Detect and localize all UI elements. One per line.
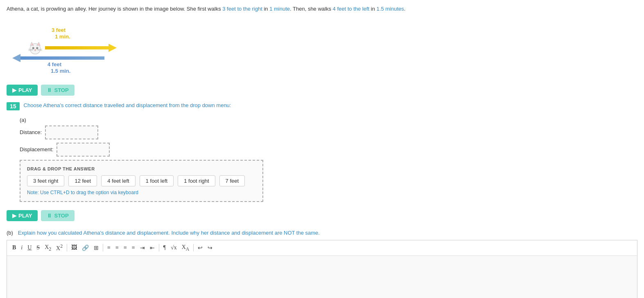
drag-chip[interactable]: 7 feet bbox=[219, 175, 245, 186]
svg-point-9 bbox=[34, 49, 36, 50]
undo-button[interactable]: ↩ bbox=[196, 243, 205, 253]
subscript-button[interactable]: X2 bbox=[43, 243, 53, 253]
align-center-button[interactable]: ≡ bbox=[113, 243, 121, 252]
paragraph-icon: ¶ bbox=[163, 244, 166, 251]
section-b: (b) Explain how you calculated Athena's … bbox=[7, 229, 637, 298]
play-button-2[interactable]: ▶ PLAY bbox=[7, 210, 38, 221]
subscript-icon: X2 bbox=[45, 244, 51, 250]
editor-toolbar: B i U S X2 X2 🖼 🔗 ⊞ ≡ ≡ ≡ ≡ ⇥ ⇤ ¶ √x bbox=[7, 240, 637, 256]
svg-point-7 bbox=[33, 47, 34, 48]
svg-marker-15 bbox=[108, 44, 117, 52]
part-a: (a) Distance: Displacement: DRAG & DROP … bbox=[20, 117, 637, 202]
undo-icon: ↩ bbox=[198, 245, 203, 251]
part-b-label: (b) bbox=[7, 230, 13, 236]
distance-row: Distance: bbox=[20, 125, 637, 139]
stop-button-2[interactable]: ⏸ STOP bbox=[41, 210, 74, 221]
svg-point-8 bbox=[37, 47, 38, 48]
stop-button-1[interactable]: ⏸ STOP bbox=[41, 85, 74, 96]
part-b-row: (b) Explain how you calculated Athena's … bbox=[7, 229, 637, 236]
strikethrough-button[interactable]: S bbox=[34, 243, 42, 252]
right-arrow bbox=[45, 43, 117, 53]
italic-button[interactable]: i bbox=[19, 243, 25, 252]
outdent-icon: ⇤ bbox=[150, 245, 155, 251]
displacement-label: Displacement: bbox=[20, 146, 53, 152]
link-button[interactable]: 🔗 bbox=[80, 243, 91, 253]
stop-icon-2: ⏸ bbox=[47, 213, 52, 219]
drag-chip[interactable]: 12 feet bbox=[68, 175, 97, 186]
arrow-left-time-label: 1.5 min. bbox=[51, 68, 70, 74]
table-button[interactable]: ⊞ bbox=[92, 243, 101, 253]
bold-button[interactable]: B bbox=[10, 243, 18, 252]
intro-highlight2: 1 minute bbox=[269, 6, 290, 12]
intro-text-part3: . Then, she walks bbox=[290, 6, 333, 12]
image-icon: 🖼 bbox=[71, 244, 77, 251]
intro-text-part2: in bbox=[262, 6, 269, 12]
clear-format-icon: XA bbox=[182, 244, 190, 250]
link-icon: 🔗 bbox=[82, 245, 89, 251]
align-left-icon: ≡ bbox=[107, 244, 111, 251]
stop-label-1: STOP bbox=[54, 87, 68, 93]
drag-drop-container: DRAG & DROP THE ANSWER 3 feet right12 fe… bbox=[20, 160, 263, 202]
redo-icon: ↪ bbox=[208, 245, 212, 251]
play-label-1: PLAY bbox=[18, 87, 32, 93]
redo-button[interactable]: ↪ bbox=[206, 243, 215, 253]
toolbar-sep-4 bbox=[193, 244, 194, 251]
drag-drop-note: Note: Use CTRL+D to drag the option via … bbox=[27, 190, 256, 195]
question-row: 15 Choose Athena's correct distance trav… bbox=[7, 102, 637, 110]
play-icon-1: ▶ bbox=[12, 87, 16, 93]
play-stop-row-2: ▶ PLAY ⏸ STOP bbox=[7, 210, 637, 221]
align-left-button[interactable]: ≡ bbox=[105, 243, 113, 252]
displacement-row: Displacement: bbox=[20, 143, 637, 157]
outdent-button[interactable]: ⇤ bbox=[148, 243, 157, 253]
justify-icon: ≡ bbox=[132, 244, 135, 251]
align-right-button[interactable]: ≡ bbox=[122, 243, 129, 252]
align-center-icon: ≡ bbox=[115, 244, 119, 251]
play-icon-2: ▶ bbox=[12, 213, 16, 219]
distance-label: Distance: bbox=[20, 129, 42, 135]
clear-format-button[interactable]: XA bbox=[180, 243, 192, 253]
intro-text-part5: . bbox=[404, 6, 406, 12]
animation-area: 3 feet 1 min. bbox=[7, 17, 637, 81]
intro-text-part1: Athena, a cat, is prowling an alley. Her… bbox=[7, 6, 222, 12]
toolbar-sep-1 bbox=[67, 244, 67, 251]
underline-button[interactable]: U bbox=[25, 243, 34, 252]
italic-icon: i bbox=[21, 244, 23, 251]
underline-icon: U bbox=[27, 244, 32, 251]
svg-marker-17 bbox=[12, 54, 20, 62]
justify-button[interactable]: ≡ bbox=[130, 243, 137, 252]
part-a-label: (a) bbox=[20, 117, 637, 123]
play-stop-row-1: ▶ PLAY ⏸ STOP bbox=[7, 85, 637, 96]
drag-chip[interactable]: 1 foot right bbox=[178, 175, 215, 186]
toolbar-sep-3 bbox=[159, 244, 159, 251]
page-wrapper: Athena, a cat, is prowling an alley. Her… bbox=[0, 0, 644, 298]
image-button[interactable]: 🖼 bbox=[69, 243, 79, 252]
intro-highlight3: 4 feet to the left bbox=[333, 6, 370, 12]
table-icon: ⊞ bbox=[94, 245, 99, 251]
indent-button[interactable]: ⇥ bbox=[138, 243, 147, 253]
stop-label-2: STOP bbox=[54, 213, 68, 219]
drag-chip[interactable]: 4 feet left bbox=[101, 175, 135, 186]
paragraph-button[interactable]: ¶ bbox=[161, 243, 168, 252]
arrow-right-time-label: 1 min. bbox=[55, 34, 70, 40]
toolbar-sep-2 bbox=[103, 244, 103, 251]
part-b-text: Explain how you calculated Athena's dist… bbox=[18, 230, 320, 236]
intro-text-part4: in bbox=[369, 6, 376, 12]
displacement-drop-box[interactable] bbox=[56, 143, 110, 157]
align-right-icon: ≡ bbox=[124, 244, 127, 251]
strikethrough-icon: S bbox=[36, 244, 40, 251]
stop-icon-1: ⏸ bbox=[47, 87, 52, 93]
arrow-left-distance-label: 4 feet bbox=[47, 61, 61, 67]
editor-body[interactable] bbox=[7, 256, 637, 298]
intro-highlight1: 3 feet to the right bbox=[222, 6, 262, 12]
drag-chip[interactable]: 1 foot left bbox=[140, 175, 174, 186]
sqrt-icon: √x bbox=[171, 244, 177, 251]
drag-drop-title: DRAG & DROP THE ANSWER bbox=[27, 166, 256, 171]
drag-chip[interactable]: 3 feet right bbox=[27, 175, 64, 186]
superscript-button[interactable]: X2 bbox=[54, 243, 65, 253]
superscript-icon: X2 bbox=[56, 245, 63, 251]
distance-drop-box[interactable] bbox=[45, 125, 98, 139]
play-button-1[interactable]: ▶ PLAY bbox=[7, 85, 38, 96]
editor-wrapper: B i U S X2 X2 🖼 🔗 ⊞ ≡ ≡ ≡ ≡ ⇥ ⇤ ¶ √x bbox=[7, 240, 637, 298]
svg-rect-16 bbox=[20, 56, 104, 60]
sqrt-button[interactable]: √x bbox=[169, 243, 179, 252]
